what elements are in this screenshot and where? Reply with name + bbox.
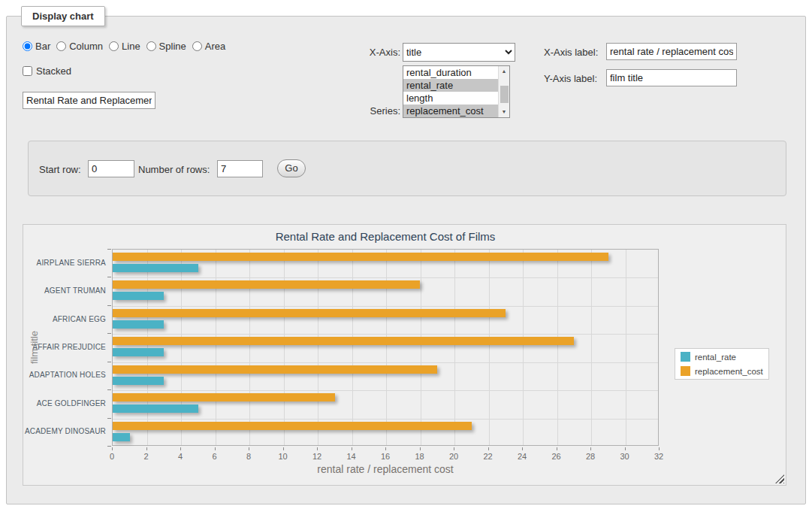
chart-title-input[interactable] (23, 92, 155, 109)
series-list-scrollbar[interactable]: ▲ ▼ (498, 66, 509, 117)
x-tick-mark (590, 447, 591, 450)
chart-type-bar-radio[interactable] (23, 41, 32, 51)
y-axis-label-input[interactable] (606, 69, 737, 86)
x-tick-label: 24 (518, 452, 527, 461)
y-tick-mark (107, 446, 111, 447)
chart-type-radio-group: Bar Column Line Spline Area (23, 41, 225, 52)
x-tick-label: 6 (212, 452, 216, 461)
category-label: AGENT TRUMAN (23, 286, 106, 295)
start-row-input[interactable] (88, 160, 134, 177)
chart-type-column[interactable]: Column (56, 41, 103, 52)
scroll-up-icon[interactable]: ▲ (499, 66, 509, 77)
bar-rental_rate (113, 433, 130, 441)
category-label: ADAPTATION HOLES (23, 371, 106, 379)
x-axis-label-input[interactable] (606, 43, 737, 60)
x-tick-label: 22 (483, 452, 492, 461)
grid-line-vertical (181, 250, 182, 445)
grid-line-vertical (591, 250, 592, 445)
chart-legend: rental_ratereplacement_cost (675, 348, 769, 380)
bar-rental_rate (113, 348, 164, 356)
bar-replacement_cost (113, 309, 506, 317)
y-tick-mark (107, 249, 111, 250)
legend-swatch-rental_rate (681, 352, 690, 362)
scroll-down-icon[interactable]: ▼ (499, 107, 509, 117)
grid-line-horizontal (113, 390, 658, 391)
resize-grip-icon[interactable] (775, 474, 784, 483)
x-tick-mark (215, 447, 216, 450)
chart-title: Rental Rate and Replacement Cost of Film… (112, 230, 659, 243)
chart-type-line[interactable]: Line (109, 41, 140, 52)
grid-line-horizontal (113, 334, 658, 335)
bar-replacement_cost (113, 365, 437, 374)
legend-swatch-replacement_cost (681, 366, 690, 376)
number-of-rows-label: Number of rows: (138, 164, 210, 175)
grid-line-vertical (147, 250, 148, 445)
category-label: AIRPLANE SIERRA (23, 259, 106, 267)
y-axis-label-caption: Y-Axis label: (544, 73, 597, 84)
x-tick-mark (317, 447, 318, 450)
category-label: ACADEMY DINOSAUR (23, 427, 106, 435)
y-tick-mark (107, 389, 111, 390)
category-label: AFRICAN EGG (23, 315, 106, 323)
x-tick-label: 0 (110, 452, 114, 461)
bar-rental_rate (113, 377, 164, 385)
x-tick-label: 10 (278, 452, 287, 461)
legend-label-rental_rate: rental_rate (695, 353, 736, 362)
x-tick-label: 2 (143, 452, 148, 461)
series-option-replacement-cost[interactable]: replacement_cost (403, 105, 498, 117)
scrollbar-thumb[interactable] (500, 86, 509, 103)
x-tick-label: 26 (551, 452, 560, 461)
y-tick-mark (107, 277, 111, 277)
x-axis-select[interactable]: title (403, 43, 515, 62)
grid-line-vertical (421, 250, 421, 445)
go-button[interactable]: Go (277, 159, 306, 177)
x-tick-mark (557, 447, 557, 450)
x-tick-mark (180, 447, 181, 450)
grid-line-vertical (249, 250, 250, 445)
chart-type-line-radio[interactable] (109, 41, 119, 51)
chart-type-spline[interactable]: Spline (146, 41, 186, 52)
grid-line-vertical (523, 250, 524, 445)
bar-replacement_cost (113, 280, 420, 289)
x-tick-mark (522, 447, 523, 450)
x-tick-mark (659, 447, 660, 450)
bar-rental_rate (113, 292, 164, 300)
grid-line-vertical (557, 250, 558, 445)
chart-type-column-radio[interactable] (56, 41, 66, 51)
grid-line-vertical (386, 250, 387, 445)
x-tick-label: 30 (620, 452, 629, 461)
bar-replacement_cost (113, 337, 574, 345)
series-list[interactable]: rental_duration rental_rate length repla… (403, 65, 510, 118)
x-tick-mark (454, 447, 454, 450)
x-tick-mark (283, 447, 284, 450)
grid-line-vertical (284, 250, 285, 445)
chart-type-line-label: Line (122, 41, 140, 52)
grid-line-horizontal (113, 419, 658, 420)
x-axis-label-caption: X-Axis label: (544, 47, 598, 58)
y-tick-mark (107, 305, 111, 306)
grid-line-vertical (318, 250, 318, 445)
stacked-label: Stacked (36, 65, 71, 77)
stacked-checkbox[interactable] (23, 66, 32, 76)
x-axis-title: rental rate / replacement cost (112, 463, 659, 475)
chart-type-bar-label: Bar (35, 41, 50, 52)
grid-line-vertical (489, 250, 490, 445)
category-label: ACE GOLDFINGER (23, 399, 106, 407)
chart-type-spline-radio[interactable] (146, 41, 156, 51)
series-option-length[interactable]: length (403, 92, 498, 105)
grid-line-horizontal (113, 362, 658, 363)
bar-replacement_cost (113, 253, 608, 261)
chart-type-bar[interactable]: Bar (23, 41, 50, 52)
chart-type-area-radio[interactable] (192, 41, 202, 51)
plot-area (112, 249, 659, 446)
x-tick-mark (112, 447, 113, 450)
number-of-rows-input[interactable] (217, 160, 263, 177)
series-option-rental-duration[interactable]: rental_duration (403, 66, 498, 79)
x-tick-label: 16 (381, 452, 390, 461)
x-tick-mark (249, 447, 249, 450)
y-axis-title: film title (29, 331, 40, 364)
chart-type-area[interactable]: Area (192, 41, 225, 52)
x-axis-select-caption: X-Axis: (353, 47, 400, 58)
series-option-rental-rate[interactable]: rental_rate (403, 79, 498, 92)
grid-line-vertical (454, 250, 455, 445)
